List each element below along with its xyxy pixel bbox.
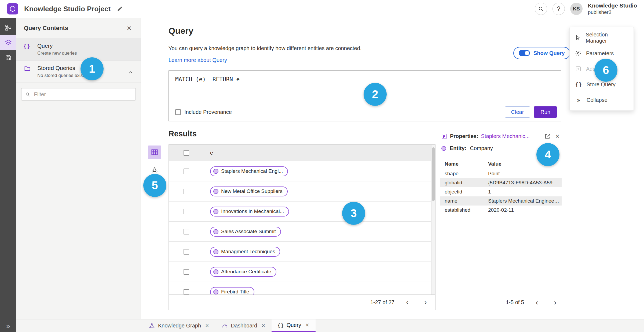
results-table-header: e [169, 145, 435, 161]
search-icon [538, 6, 544, 12]
close-tab-icon[interactable]: × [305, 322, 309, 329]
property-row: globalid {5D9B4713-F98D-4A53-A59F-C11... [440, 178, 562, 187]
show-query-label: Show Query [533, 50, 565, 56]
row-checkbox[interactable] [184, 189, 189, 194]
properties-prev-page-button[interactable]: ‹ [532, 297, 542, 308]
annotation-badge-1: 1 [80, 57, 104, 80]
help-button[interactable]: ? [552, 3, 565, 15]
menu-item-parameters[interactable]: Parameters [570, 46, 634, 61]
properties-next-page-button[interactable]: › [550, 297, 561, 308]
close-tab-icon[interactable]: × [261, 322, 265, 329]
close-panel-button[interactable]: × [125, 23, 133, 33]
property-row: name Staplers Mechanical Engineering [440, 196, 562, 206]
row-checkbox[interactable] [184, 229, 189, 234]
entity-dot-icon [213, 289, 218, 294]
edit-title-button[interactable] [116, 5, 124, 13]
chevron-up-icon [128, 70, 134, 76]
close-properties-button[interactable]: × [555, 132, 559, 140]
query-contents-panel: Query Contents × { } Query Create new qu… [16, 18, 141, 319]
save-icon [5, 54, 12, 61]
row-checkbox[interactable] [184, 269, 189, 275]
tab-knowledge-graph[interactable]: Knowledge Graph × [142, 319, 215, 332]
entity-dot-icon [213, 169, 218, 174]
entity-label: Entity: [450, 145, 466, 151]
annotation-badge-3: 3 [342, 202, 365, 225]
collapse-icon: » [575, 97, 582, 103]
entity-type: Company [470, 145, 493, 151]
table-row: Staplers Mechanical Engi... [169, 161, 435, 181]
dashboard-icon [222, 323, 228, 329]
entity-pill[interactable]: Attendance Certificate [210, 267, 276, 277]
entity-pill[interactable]: Sales Associate Summit [210, 227, 281, 237]
results-prev-page-button[interactable]: ‹ [402, 297, 413, 308]
show-query-toggle[interactable]: Show Query [513, 47, 570, 59]
rail-item-layers[interactable] [0, 35, 16, 50]
row-checkbox[interactable] [184, 249, 189, 255]
properties-entity-link[interactable]: Staplers Mechanic... [481, 133, 530, 139]
results-rows: Staplers Mechanical Engi... New Metal Of… [169, 161, 435, 294]
row-checkbox[interactable] [184, 169, 189, 174]
entity-dot-icon [213, 269, 218, 274]
entity-dot-icon [213, 249, 218, 254]
entity-pill[interactable]: New Metal Office Suppliers [210, 186, 288, 196]
select-all-checkbox[interactable] [184, 150, 189, 156]
results-heading: Results [169, 129, 197, 138]
menu-item-collapse[interactable]: » Collapse [570, 92, 634, 108]
query-text-input[interactable]: MATCH (e) RETURN e [169, 71, 561, 88]
braces-icon: { } [278, 322, 283, 328]
panel-title: Query Contents [24, 25, 68, 32]
properties-page-range: 1-5 of 5 [506, 299, 524, 305]
app-logo [7, 3, 18, 14]
table-row: Attendance Certificate [169, 262, 435, 282]
entity-pill[interactable]: Firebird Title [210, 287, 254, 295]
page-title: Query [169, 26, 193, 36]
sidebar-item-query[interactable]: { } Query Create new queries [16, 38, 141, 61]
selection-cursor-icon [575, 35, 581, 41]
include-provenance-label: Include Provenance [184, 109, 232, 115]
hexagon-logo-icon [9, 5, 16, 12]
learn-more-link[interactable]: Learn more about Query [169, 57, 227, 63]
run-button[interactable]: Run [534, 106, 557, 118]
table-view-button[interactable] [148, 146, 161, 159]
results-table: e Staplers Mechanical Engi... New Metal … [169, 144, 436, 310]
row-checkbox[interactable] [184, 209, 189, 214]
graph-icon [151, 167, 158, 173]
column-header-name: Name [440, 161, 488, 167]
scrollbar-thumb[interactable] [432, 147, 435, 201]
results-next-page-button[interactable]: › [420, 297, 431, 308]
entity-pill[interactable]: Staplers Mechanical Engi... [210, 166, 288, 176]
menu-item-selection-manager[interactable]: Selection Manager [570, 30, 634, 46]
open-in-new-button[interactable] [544, 133, 551, 140]
entity-pill[interactable]: Managment Techniques [210, 247, 280, 257]
entity-dot-icon [213, 189, 218, 194]
clear-button[interactable]: Clear [505, 106, 530, 118]
collapse-stored-queries-button[interactable] [128, 70, 134, 76]
gear-icon [575, 50, 581, 57]
tab-dashboard[interactable]: Dashboard × [215, 319, 272, 332]
tab-query[interactable]: { } Query × [272, 319, 316, 332]
filter-box [21, 88, 136, 100]
close-tab-icon[interactable]: × [205, 322, 209, 329]
annotation-badge-5: 5 [143, 174, 166, 197]
table-icon [151, 148, 158, 156]
query-item-label: Query [37, 43, 77, 49]
rail-item-save[interactable] [0, 50, 16, 65]
sidebar-item-stored-queries[interactable]: Stored Queries No stored queries exist [16, 61, 141, 83]
layers-icon [5, 39, 12, 46]
table-row: New Metal Office Suppliers [169, 181, 435, 202]
include-provenance-checkbox[interactable] [175, 109, 181, 115]
filter-input[interactable] [33, 91, 132, 98]
search-button[interactable] [535, 3, 547, 15]
expand-rail-button[interactable]: » [0, 322, 16, 330]
search-icon [25, 92, 30, 97]
avatar[interactable]: KS [570, 3, 583, 15]
entity-pill[interactable]: Innovations in Mechanical... [210, 207, 289, 217]
entity-dot-icon [213, 209, 218, 214]
rail-item-contents[interactable] [0, 20, 16, 35]
open-in-new-icon [544, 133, 551, 140]
page-description: You can query a knowledge graph to ident… [169, 45, 361, 51]
row-checkbox[interactable] [184, 289, 189, 295]
annotation-badge-2: 2 [364, 83, 387, 106]
include-provenance-option: Include Provenance [175, 109, 232, 115]
stored-queries-sublabel: No stored queries exist [37, 73, 84, 78]
